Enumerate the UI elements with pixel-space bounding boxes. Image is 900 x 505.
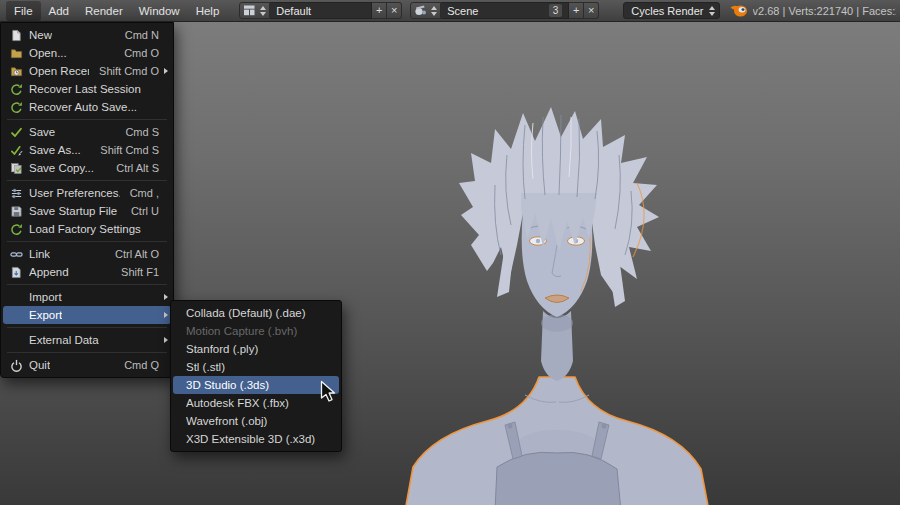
- scene-name: Scene: [447, 5, 478, 17]
- export-menu-item-x3d-extensible-3d-x3d[interactable]: X3D Extensible 3D (.x3d): [173, 430, 339, 448]
- submenu-arrow-icon: [159, 68, 168, 74]
- export-menu-item-stanford-ply[interactable]: Stanford (.ply): [173, 340, 339, 358]
- delete-scene-button[interactable]: ×: [584, 2, 599, 19]
- folder-icon: [9, 47, 24, 60]
- file-menu-item-user-preferences[interactable]: User Preferences...Cmd ,: [3, 184, 171, 202]
- menubar-window[interactable]: Window: [131, 1, 188, 21]
- export-menu-item-stl-stl[interactable]: Stl (.stl): [173, 358, 339, 376]
- menu-item-shortcut: Cmd S: [115, 126, 159, 138]
- menubar-add[interactable]: Add: [41, 1, 77, 21]
- menu-item-label: 3D Studio (.3ds): [186, 379, 269, 391]
- add-scene-button[interactable]: +: [569, 2, 584, 19]
- file-menu-item-external-data[interactable]: External Data: [3, 331, 171, 349]
- scene-selector: Scene 3 + ×: [410, 2, 599, 19]
- render-engine-selector[interactable]: Cycles Render: [623, 2, 719, 19]
- blank-icon: [9, 334, 24, 347]
- menu-item-label: Save As...: [29, 144, 81, 156]
- export-menu-item-autodesk-fbx-fbx[interactable]: Autodesk FBX (.fbx): [173, 394, 339, 412]
- menubar-file[interactable]: File: [6, 1, 41, 21]
- blank-icon: [9, 309, 24, 322]
- submenu-arrow-icon: [159, 337, 168, 343]
- scene-browse-button[interactable]: [410, 2, 441, 19]
- startup-icon: [9, 205, 24, 218]
- menu-item-shortcut: Cmd N: [115, 29, 159, 41]
- menu-item-label: Import: [29, 291, 62, 303]
- submenu-arrow-icon: [159, 312, 168, 318]
- export-menu-item-collada-default-dae[interactable]: Collada (Default) (.dae): [173, 304, 339, 322]
- file-menu-item-save-copy[interactable]: Save Copy...Ctrl Alt S: [3, 159, 171, 177]
- file-menu-item-link[interactable]: LinkCtrl Alt O: [3, 245, 171, 263]
- render-engine-value: Cycles Render: [631, 5, 703, 17]
- menu-item-shortcut: Ctrl U: [121, 205, 159, 217]
- export-menu-item-3d-studio-3ds[interactable]: 3D Studio (.3ds): [173, 376, 339, 394]
- menu-item-label: Save: [29, 126, 55, 138]
- layout-browse-button[interactable]: [239, 2, 270, 19]
- menubar-render[interactable]: Render: [77, 1, 131, 21]
- add-layout-button[interactable]: +: [372, 2, 387, 19]
- menu-item-shortcut: Cmd O: [114, 47, 159, 59]
- mouse-cursor: [320, 380, 338, 404]
- file-menu-item-recover-auto-save[interactable]: Recover Auto Save...: [3, 98, 171, 116]
- blender-window: FileAddRenderWindowHelp Default + ×: [0, 0, 900, 505]
- file-menu-item-recover-last-session[interactable]: Recover Last Session: [3, 80, 171, 98]
- menu-item-label: Recover Last Session: [29, 83, 141, 95]
- menu-item-label: Stl (.stl): [186, 361, 225, 373]
- recover-icon: [9, 223, 24, 236]
- menubar-help[interactable]: Help: [188, 1, 228, 21]
- screen-layout-icon: [243, 4, 256, 17]
- menu-item-label: Motion Capture (.bvh): [186, 325, 297, 337]
- menu-item-label: Stanford (.ply): [186, 343, 258, 355]
- character-neck: [541, 311, 573, 381]
- menu-item-label: Collada (Default) (.dae): [186, 307, 306, 319]
- menu-item-label: User Preferences...: [29, 187, 120, 199]
- menu-item-label: New: [29, 29, 52, 41]
- menu-item-shortcut: Shift Cmd S: [90, 144, 159, 156]
- blank-icon: [9, 291, 24, 304]
- menu-item-label: Load Factory Settings: [29, 223, 141, 235]
- file-menu-item-quit[interactable]: QuitCmd Q: [3, 356, 171, 374]
- file-menu-item-save-as[interactable]: Save As...Shift Cmd S: [3, 141, 171, 159]
- menu-item-label: X3D Extensible 3D (.x3d): [186, 433, 315, 445]
- file-menu-item-append[interactable]: AppendShift F1: [3, 263, 171, 281]
- quit-icon: [9, 359, 24, 372]
- scene-users-count: 3: [549, 4, 563, 17]
- menu-item-shortcut: Cmd Q: [114, 359, 159, 371]
- file-menu-item-load-factory-settings[interactable]: Load Factory Settings: [3, 220, 171, 238]
- menu-item-label: Save Copy...: [29, 162, 94, 174]
- menu-item-label: Save Startup File: [29, 205, 117, 217]
- blender-logo-icon: [730, 3, 748, 18]
- menu-item-label: Link: [29, 248, 50, 260]
- menu-item-label: Export: [29, 309, 62, 321]
- dropdown-arrows-icon: [260, 6, 266, 16]
- menu-item-label: Recover Auto Save...: [29, 101, 137, 113]
- file-menu-item-open[interactable]: Open...Cmd O: [3, 44, 171, 62]
- menu-item-label: Wavefront (.obj): [186, 415, 267, 427]
- file-menu-item-save[interactable]: SaveCmd S: [3, 123, 171, 141]
- export-submenu: Collada (Default) (.dae)Motion Capture (…: [170, 300, 342, 452]
- layout-selector: Default + ×: [239, 2, 402, 19]
- dropdown-arrows-icon: [709, 6, 715, 16]
- layout-name-field[interactable]: Default: [270, 2, 372, 19]
- delete-layout-button[interactable]: ×: [387, 2, 402, 19]
- character-model[interactable]: [375, 95, 755, 505]
- file-menu-item-new[interactable]: NewCmd N: [3, 26, 171, 44]
- menu-separator: [7, 180, 167, 181]
- export-menu-item-wavefront-obj[interactable]: Wavefront (.obj): [173, 412, 339, 430]
- recover-icon: [9, 101, 24, 114]
- info-header: FileAddRenderWindowHelp Default + ×: [0, 0, 900, 22]
- layout-name: Default: [276, 5, 311, 17]
- file-menu-item-save-startup-file[interactable]: Save Startup FileCtrl U: [3, 202, 171, 220]
- scene-name-field[interactable]: Scene 3: [441, 2, 569, 19]
- file-menu-item-import[interactable]: Import: [3, 288, 171, 306]
- menu-separator: [7, 119, 167, 120]
- menu-separator: [7, 241, 167, 242]
- menu-item-label: Append: [29, 266, 69, 278]
- save-as-icon: [9, 144, 24, 157]
- file-menu-item-export[interactable]: Export: [3, 306, 171, 324]
- save-copy-icon: [9, 162, 24, 175]
- export-menu-item-motion-capture-bvh: Motion Capture (.bvh): [173, 322, 339, 340]
- menu-item-shortcut: Cmd ,: [120, 187, 159, 199]
- file-menu-item-open-recent[interactable]: Open Recent...Shift Cmd O: [3, 62, 171, 80]
- prefs-icon: [9, 187, 24, 200]
- folder-recent-icon: [9, 65, 24, 78]
